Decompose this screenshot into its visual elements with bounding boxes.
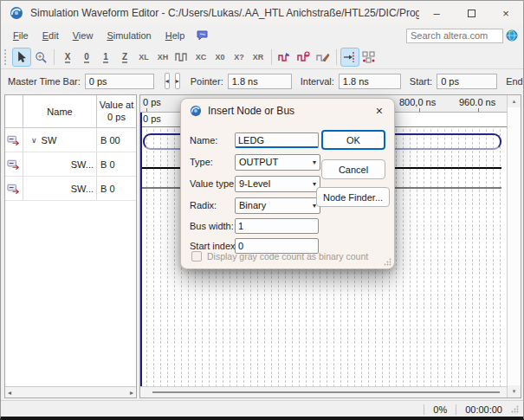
expand-chevron-icon[interactable]: ∨ bbox=[31, 136, 37, 145]
master-time-input[interactable] bbox=[85, 74, 154, 89]
master-time-cursor[interactable] bbox=[140, 113, 142, 386]
elapsed-time: 00:00:00 bbox=[465, 404, 502, 415]
menu-file[interactable]: File bbox=[6, 28, 36, 43]
invert-value-button[interactable]: X0 bbox=[210, 48, 230, 67]
menu-help[interactable]: Help bbox=[158, 28, 192, 43]
scroll-left-icon[interactable]: ◂ bbox=[8, 389, 11, 397]
dialog-title: Insert Node or Bus bbox=[208, 105, 294, 117]
node-finder-button[interactable]: Node Finder... bbox=[316, 187, 390, 207]
cursor-icon bbox=[16, 51, 28, 63]
bus-width-label: Bus width: bbox=[190, 221, 235, 231]
arbitrary-value-icon: X? bbox=[234, 53, 244, 62]
node-name-input[interactable] bbox=[235, 132, 319, 148]
start-value[interactable] bbox=[437, 74, 497, 89]
close-button[interactable]: × bbox=[488, 1, 523, 25]
value-type-label: Value type: bbox=[190, 178, 235, 189]
status-separator bbox=[456, 404, 456, 415]
ok-button[interactable]: OK bbox=[321, 130, 385, 150]
gray-code-checkbox-label: Display gray code count as binary count bbox=[207, 251, 368, 262]
count-value-button[interactable]: XC bbox=[191, 48, 210, 67]
gray-code-checkbox[interactable] bbox=[191, 251, 202, 262]
signal-row-sw[interactable]: ∨ SW B 00 bbox=[5, 128, 136, 152]
overwrite-waveform-button[interactable] bbox=[294, 48, 314, 67]
type-dropdown[interactable]: OUTPUT ▾ bbox=[235, 154, 320, 171]
window-resize-grip[interactable] bbox=[511, 405, 519, 413]
signal-names-panel: Name Value at 0 ps ∨ SW B 00 bbox=[4, 94, 137, 398]
random-value-button[interactable]: XR bbox=[249, 48, 268, 67]
signal-row-sw1[interactable]: SW... B 0 bbox=[5, 152, 136, 177]
signal-value: B 0 bbox=[97, 152, 136, 176]
menu-view[interactable]: View bbox=[66, 28, 100, 43]
scroll-up-icon[interactable]: ▴ bbox=[508, 95, 521, 107]
feedback-button[interactable] bbox=[197, 30, 209, 41]
weak-low-button[interactable]: XL bbox=[134, 48, 153, 67]
snap-to-transition-button[interactable] bbox=[340, 48, 359, 67]
forcing-high-button[interactable]: 1 bbox=[96, 48, 115, 67]
maximize-button[interactable] bbox=[454, 1, 488, 25]
interval-value[interactable] bbox=[339, 74, 401, 89]
scrollbar-thumb[interactable] bbox=[152, 391, 500, 393]
insert-waveform-button[interactable] bbox=[275, 48, 294, 67]
overwrite-clock-button[interactable] bbox=[172, 48, 191, 67]
dropdown-caret-icon: ▾ bbox=[313, 158, 316, 166]
zoom-tool-button[interactable] bbox=[31, 48, 50, 67]
master-time-bar: Master Time Bar: ◂ ▸ Pointer: Interval: … bbox=[1, 69, 523, 93]
waveform-horizontal-scrollbar[interactable] bbox=[140, 386, 507, 397]
selection-tool-button[interactable] bbox=[12, 48, 31, 67]
value-column-header: Value at 0 ps bbox=[97, 95, 136, 127]
signal-value: B 0 bbox=[97, 177, 136, 200]
step-left-button[interactable]: ◂ bbox=[165, 73, 170, 89]
interval-label: Interval: bbox=[301, 76, 334, 87]
type-label: Type: bbox=[190, 157, 235, 167]
value-type-value: 9-Level bbox=[239, 178, 270, 189]
forcing-unknown-icon: X bbox=[65, 52, 71, 63]
scroll-right-icon[interactable]: ▸ bbox=[130, 389, 133, 397]
dropdown-caret-icon: ▾ bbox=[313, 180, 316, 188]
arrow-left-icon: ◂ bbox=[165, 77, 169, 85]
invert-value-icon: X0 bbox=[215, 53, 224, 62]
cancel-button[interactable]: Cancel bbox=[321, 159, 385, 179]
minimize-button[interactable]: – bbox=[419, 1, 454, 25]
input-port-icon bbox=[7, 135, 22, 145]
close-icon: × bbox=[376, 104, 383, 118]
insert-waveform-icon bbox=[278, 51, 292, 63]
radix-dropdown[interactable]: Binary ▾ bbox=[235, 197, 320, 214]
statusbar: 0% 00:00:00 bbox=[1, 400, 523, 417]
value-type-dropdown[interactable]: 9-Level ▾ bbox=[235, 176, 320, 192]
forcing-low-button[interactable]: 0 bbox=[77, 48, 96, 67]
forcing-unknown-button[interactable]: X bbox=[58, 48, 77, 67]
feedback-icon bbox=[197, 30, 209, 41]
weak-high-button[interactable]: XH bbox=[153, 48, 172, 67]
scroll-down-icon[interactable]: ▾ bbox=[508, 385, 521, 397]
menu-simulation[interactable]: Simulation bbox=[100, 28, 158, 43]
dialog-app-icon bbox=[190, 105, 202, 117]
toolbar-grip[interactable] bbox=[4, 49, 9, 65]
forcing-low-icon: 0 bbox=[84, 52, 89, 63]
tick-mark bbox=[419, 108, 420, 112]
search-input[interactable] bbox=[406, 29, 503, 43]
clock-waveform-icon bbox=[175, 52, 189, 62]
titlebar: Simulation Waveform Editor - C:/Users/Lu… bbox=[1, 1, 523, 25]
menu-edit[interactable]: Edit bbox=[36, 28, 66, 43]
signal-row-sw0[interactable]: SW... B 0 bbox=[5, 177, 136, 201]
dialog-titlebar: Insert Node or Bus × bbox=[181, 99, 394, 123]
draw-waveform-button[interactable] bbox=[314, 48, 333, 67]
count-value-icon: XC bbox=[196, 53, 207, 62]
dialog-resize-grip[interactable] bbox=[384, 258, 391, 266]
end-label: End: bbox=[506, 76, 524, 87]
window-title: Simulation Waveform Editor - C:/Users/Lu… bbox=[30, 7, 419, 19]
waveform-vertical-scrollbar[interactable]: ▴ ▾ bbox=[507, 95, 521, 397]
names-horizontal-scrollbar[interactable]: ◂ ▸ bbox=[5, 386, 136, 397]
bus-width-input[interactable] bbox=[235, 218, 319, 234]
draw-waveform-icon bbox=[316, 51, 330, 63]
type-value: OUTPUT bbox=[239, 157, 278, 167]
grid-pattern-button[interactable] bbox=[359, 48, 378, 67]
timeline-tick-960: 960.0 ns bbox=[459, 97, 495, 107]
arbitrary-value-button[interactable]: X? bbox=[230, 48, 249, 67]
master-time-bar-label: Master Time Bar: bbox=[8, 76, 81, 87]
forcing-high-impedance-button[interactable]: Z bbox=[115, 48, 134, 67]
dialog-close-button[interactable]: × bbox=[373, 104, 385, 118]
step-right-button[interactable]: ▸ bbox=[175, 73, 180, 89]
input-port-icon bbox=[7, 184, 22, 194]
pointer-value[interactable] bbox=[228, 74, 292, 89]
